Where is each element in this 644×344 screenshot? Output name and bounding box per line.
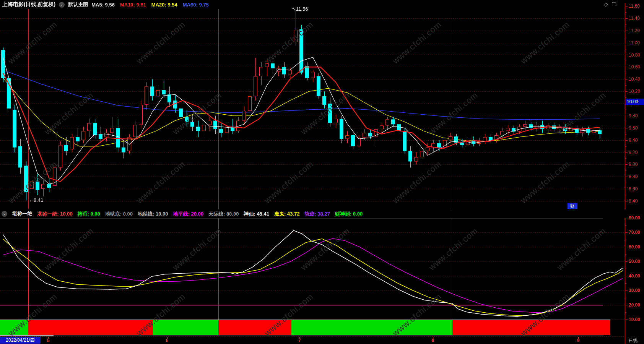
price-axis-label: 10.80 (629, 52, 640, 58)
month-label: 8 (432, 338, 434, 343)
ma-label: MA20: 9.54 (151, 2, 177, 8)
price-axis-label: 9.20 (629, 150, 637, 155)
month-label: 6 (166, 338, 169, 343)
indicator-metric: 神仙: 45.41 (244, 211, 269, 217)
cursor-price-box: 10.03 (626, 99, 644, 105)
indicator-values: 堪称一绝: 10.00持币: 0.00地狱底: 0.00地狱线: 10.00地平… (37, 210, 368, 217)
indicator-axis-label: 30.00 (629, 288, 640, 293)
caishen-signal-flag: 财 (568, 203, 577, 209)
stock-title: 上海电影(日线,前复权) (2, 1, 55, 8)
indicator-metric: 地狱线: 10.00 (138, 211, 168, 217)
price-axis-label: 9.60 (629, 125, 637, 131)
price-axis-label: 10.20 (629, 89, 640, 94)
month-label: 9 (577, 338, 580, 343)
indicator-metric: 轨迹: 38.27 (304, 211, 330, 217)
indicator-metric: 天际线: 80.00 (208, 211, 239, 217)
ma-label: MA60: 9.75 (183, 2, 209, 8)
price-axis-label: 9.80 (629, 113, 637, 118)
price-axis-label: 9.40 (629, 138, 637, 143)
price-axis-label: 9.00 (629, 162, 637, 167)
indicator-name[interactable]: 堪称一绝 (12, 210, 32, 217)
window-controls: ◇❐ (604, 1, 620, 7)
chart-canvas[interactable] (0, 0, 644, 344)
indicator-axis-label: 20.00 (629, 302, 640, 308)
indicator-metric: 魔鬼: 43.72 (274, 211, 299, 217)
month-label: 7 (298, 338, 301, 343)
ma-label: MA5: 9.56 (91, 2, 115, 8)
price-axis-label: 11.20 (629, 28, 640, 33)
main-chart-header: 上海电影(日线,前复权) ⌄ 默认主图 MA5: 9.56MA10: 9.61M… (0, 0, 644, 9)
indicator-axis-label: 60.00 (629, 244, 640, 250)
indicator-metric: 持币: 0.00 (77, 211, 100, 217)
indicator-axis-label: 40.00 (629, 273, 640, 279)
chart-style-label[interactable]: 默认主图 (68, 1, 88, 8)
price-axis-label: 11.00 (629, 40, 640, 45)
low-price-annotation: ←8.41 (29, 197, 43, 203)
price-axis-label: 8.80 (629, 174, 637, 179)
indicator-axis-label: 80.00 (629, 215, 640, 221)
price-axis-label: 8.60 (629, 186, 637, 191)
indicator-metric: 地狱底: 0.00 (105, 211, 133, 217)
ma-label: MA10: 9.61 (120, 2, 146, 8)
split-window-icon[interactable]: ❐ (611, 1, 620, 7)
indicator-axis-label: 10.00 (629, 317, 640, 322)
indicator-axis-label: 50.00 (629, 259, 640, 264)
cursor-date-box: 2022/04/21/四 (0, 337, 41, 344)
indicator-axis-label: 70.00 (629, 230, 640, 235)
price-axis-label: 10.60 (629, 64, 640, 70)
period-label[interactable]: 日线 (628, 338, 637, 344)
indicator-metric: 地平线: 20.00 (173, 211, 203, 217)
ma-legend: MA5: 9.56MA10: 9.61MA20: 9.54MA60: 9.75 (91, 1, 214, 8)
price-axis-label: 10.40 (629, 76, 640, 82)
stock-app-window: 上海电影(日线,前复权) ⌄ 默认主图 MA5: 9.56MA10: 9.61M… (0, 0, 644, 344)
chevron-down-icon[interactable]: ⌄ (2, 211, 7, 217)
chevron-down-icon[interactable]: ⌄ (59, 2, 65, 8)
indicator-metric: 堪称一绝: 10.00 (37, 211, 72, 217)
price-axis-label: 11.60 (629, 3, 640, 9)
indicator-metric: 财神到: 0.00 (335, 211, 363, 217)
price-axis-label: 11.40 (629, 16, 640, 21)
high-price-annotation: ↖11.56 (292, 6, 308, 12)
indicator-header: ⌄ 堪称一绝 堪称一绝: 10.00持币: 0.00地狱底: 0.00地狱线: … (0, 209, 644, 218)
month-label: 5 (47, 338, 50, 343)
diamond-icon[interactable]: ◇ (604, 1, 612, 7)
price-axis-label: 8.40 (629, 198, 637, 204)
caret-marker: ∧ (529, 325, 533, 330)
